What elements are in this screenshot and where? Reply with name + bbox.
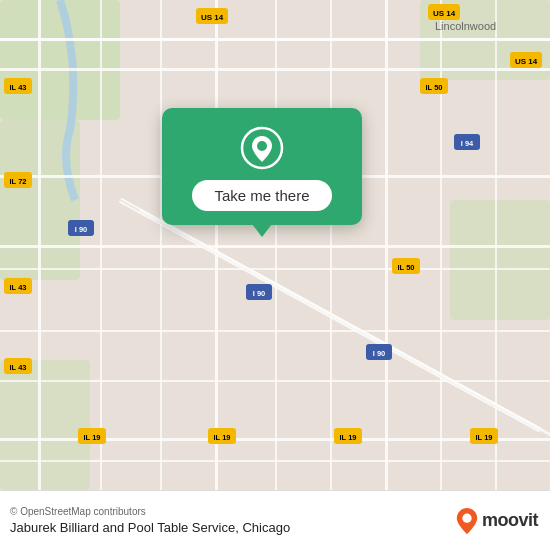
- location-pin-icon: [240, 126, 284, 170]
- svg-point-62: [462, 513, 471, 522]
- svg-text:I 90: I 90: [373, 349, 386, 358]
- svg-point-61: [257, 141, 267, 151]
- navigation-popup: Take me there: [162, 108, 362, 225]
- moovit-text: moovit: [482, 510, 538, 531]
- svg-text:IL 50: IL 50: [398, 263, 415, 272]
- svg-rect-16: [38, 0, 41, 490]
- moovit-pin-icon: [456, 508, 478, 534]
- bottom-info-bar: © OpenStreetMap contributors Jaburek Bil…: [0, 490, 550, 550]
- svg-rect-19: [215, 0, 218, 490]
- svg-rect-4: [450, 200, 550, 320]
- svg-text:I 90: I 90: [253, 289, 266, 298]
- svg-text:IL 19: IL 19: [340, 433, 357, 442]
- svg-text:I 90: I 90: [75, 225, 88, 234]
- map: US 14 US 14 US 14 IL 43 IL 43 IL 43 IL 5…: [0, 0, 550, 490]
- take-me-there-button[interactable]: Take me there: [192, 180, 331, 211]
- svg-text:IL 43: IL 43: [10, 83, 27, 92]
- svg-rect-23: [440, 0, 442, 490]
- svg-text:IL 19: IL 19: [84, 433, 101, 442]
- svg-rect-20: [275, 0, 277, 490]
- svg-rect-22: [385, 0, 388, 490]
- svg-text:US 14: US 14: [201, 13, 224, 22]
- svg-text:US 14: US 14: [515, 57, 538, 66]
- svg-text:IL 19: IL 19: [476, 433, 493, 442]
- svg-rect-24: [495, 0, 497, 490]
- location-name: Jaburek Billiard and Pool Table Service,…: [10, 520, 290, 535]
- bottom-left-content: © OpenStreetMap contributors Jaburek Bil…: [10, 506, 290, 535]
- svg-text:Lincolnwood: Lincolnwood: [435, 20, 496, 32]
- svg-text:US 14: US 14: [433, 9, 456, 18]
- svg-rect-21: [330, 0, 332, 490]
- svg-text:IL 19: IL 19: [214, 433, 231, 442]
- svg-rect-5: [0, 360, 90, 490]
- moovit-logo: moovit: [456, 508, 538, 534]
- svg-text:IL 43: IL 43: [10, 283, 27, 292]
- svg-text:I 94: I 94: [461, 139, 474, 148]
- svg-rect-18: [160, 0, 162, 490]
- svg-text:IL 72: IL 72: [10, 177, 27, 186]
- svg-rect-17: [100, 0, 102, 490]
- svg-text:IL 50: IL 50: [426, 83, 443, 92]
- map-svg: US 14 US 14 US 14 IL 43 IL 43 IL 43 IL 5…: [0, 0, 550, 490]
- svg-text:IL 43: IL 43: [10, 363, 27, 372]
- copyright-text: © OpenStreetMap contributors: [10, 506, 290, 517]
